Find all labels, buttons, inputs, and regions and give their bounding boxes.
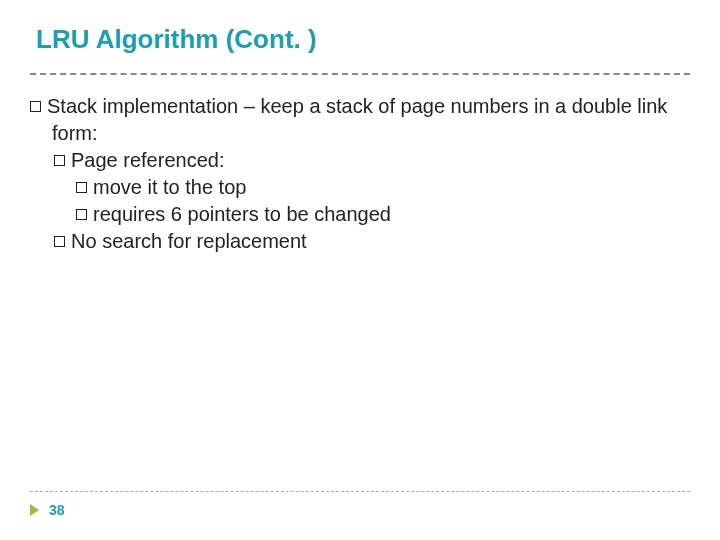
bullet-l1-stack: Stack implementation – keep a stack of p… (52, 93, 690, 147)
slide-content: Stack implementation – keep a stack of p… (30, 93, 690, 255)
bullet-text: search for replacement (97, 230, 307, 252)
square-bullet-icon (30, 101, 41, 112)
footer-row: 38 (30, 502, 690, 518)
footer-divider (30, 491, 690, 492)
square-bullet-icon (76, 209, 87, 220)
bullet-text: referenced: (118, 149, 225, 171)
bullet-l2-page: Page referenced: (76, 147, 690, 174)
page-number: 38 (49, 502, 65, 518)
bullet-text: Page (71, 149, 118, 171)
bullet-text: 6 pointers to be changed (165, 203, 391, 225)
bullet-text: Stack (47, 95, 97, 117)
bullet-text: move (93, 176, 142, 198)
triangle-icon (30, 504, 39, 516)
square-bullet-icon (76, 182, 87, 193)
slide: LRU Algorithm (Cont. ) Stack implementat… (0, 0, 720, 540)
bullet-text: No (71, 230, 97, 252)
bullet-text: implementation – keep a stack of page nu… (52, 95, 667, 144)
bullet-text: requires (93, 203, 165, 225)
bullet-l2-no: No search for replacement (76, 228, 690, 255)
square-bullet-icon (54, 155, 65, 166)
bullet-l3-requires: requires 6 pointers to be changed (98, 201, 690, 228)
title-divider (30, 73, 690, 75)
bullet-l3-move: move it to the top (98, 174, 690, 201)
slide-footer: 38 (30, 491, 690, 518)
square-bullet-icon (54, 236, 65, 247)
slide-title: LRU Algorithm (Cont. ) (36, 24, 690, 55)
bullet-text: it to the top (142, 176, 247, 198)
